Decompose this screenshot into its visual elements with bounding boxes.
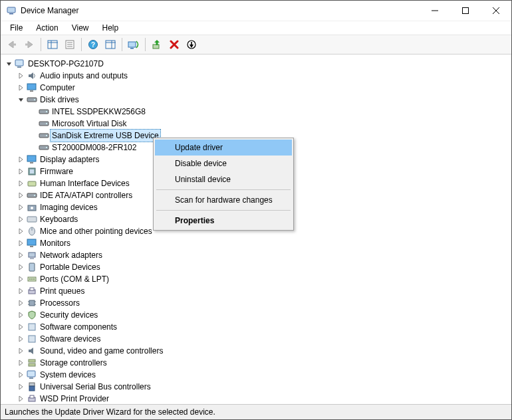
- tree-category[interactable]: WSD Print Provider: [5, 393, 511, 404]
- tree-item-label: Computer: [38, 82, 77, 94]
- tree-item-label: Software components: [38, 321, 119, 333]
- status-text: Launches the Update Driver Wizard for th…: [5, 407, 215, 417]
- expand-icon[interactable]: [17, 239, 26, 248]
- svg-rect-7: [25, 44, 29, 46]
- svg-point-57: [33, 278, 35, 280]
- tree-device[interactable]: Microsoft Virtual Disk: [5, 118, 511, 130]
- expand-icon[interactable]: [17, 191, 26, 200]
- tree-root[interactable]: DESKTOP-PG2107D: [5, 58, 511, 70]
- expand-icon[interactable]: [17, 298, 26, 308]
- svg-point-44: [34, 195, 35, 196]
- context-update-driver[interactable]: Update driver: [155, 140, 292, 156]
- expand-icon[interactable]: [17, 251, 26, 260]
- menu-file[interactable]: File: [5, 22, 28, 34]
- tree-category[interactable]: Software devices: [5, 333, 511, 345]
- maximize-button[interactable]: [450, 1, 481, 21]
- uninstall-device-button[interactable]: [166, 37, 182, 52]
- context-separator: [156, 210, 291, 211]
- toolbar-separator: [122, 38, 122, 51]
- help-button[interactable]: ?: [85, 37, 101, 52]
- tree-category[interactable]: Computer: [5, 82, 511, 94]
- tree-device[interactable]: INTEL SSDPEKKW256G8: [5, 106, 511, 118]
- tree-category[interactable]: Storage controllers: [5, 357, 511, 369]
- svg-rect-6: [13, 44, 16, 46]
- menu-view[interactable]: View: [66, 22, 94, 34]
- svg-rect-52: [29, 253, 35, 257]
- show-hide-console-tree-button[interactable]: [45, 37, 61, 52]
- context-scan-hardware[interactable]: Scan for hardware changes: [155, 192, 292, 208]
- tree-category[interactable]: System devices: [5, 369, 511, 381]
- expand-icon[interactable]: [17, 358, 26, 368]
- tree-item-label: Imaging devices: [38, 201, 100, 213]
- tree-item-label: Audio inputs and outputs: [38, 70, 130, 82]
- tree-item-label: Human Interface Devices: [38, 177, 132, 189]
- context-properties[interactable]: Properties: [155, 213, 292, 229]
- svg-rect-70: [29, 377, 33, 379]
- tree-category[interactable]: Universal Serial Bus controllers: [5, 381, 511, 393]
- menu-action[interactable]: Action: [31, 22, 63, 34]
- expand-icon[interactable]: [17, 370, 26, 379]
- tree-category[interactable]: Software components: [5, 321, 511, 333]
- menu-help[interactable]: Help: [97, 22, 124, 34]
- expand-icon[interactable]: [17, 227, 26, 236]
- svg-rect-41: [30, 169, 34, 173]
- tree-item-label: Print queues: [38, 285, 86, 297]
- forward-button[interactable]: [21, 37, 37, 52]
- close-button[interactable]: [481, 1, 511, 21]
- expand-icon[interactable]: [17, 310, 26, 320]
- scan-hardware-button[interactable]: [126, 37, 142, 52]
- device-icon: [26, 310, 38, 320]
- context-uninstall-device[interactable]: Uninstall device: [155, 171, 292, 187]
- update-driver-button[interactable]: [149, 37, 165, 52]
- properties-button[interactable]: [62, 37, 78, 52]
- svg-point-55: [29, 278, 31, 280]
- device-icon: [26, 322, 38, 332]
- expand-icon[interactable]: [17, 394, 26, 403]
- expand-icon[interactable]: [17, 262, 26, 272]
- expand-icon[interactable]: [17, 167, 26, 176]
- tree-category[interactable]: Audio inputs and outputs: [5, 70, 511, 82]
- device-icon: [26, 262, 38, 272]
- expand-icon[interactable]: [17, 71, 26, 80]
- svg-rect-65: [29, 324, 35, 330]
- svg-text:?: ?: [91, 41, 95, 49]
- expand-icon[interactable]: [17, 155, 26, 164]
- tree-category[interactable]: Monitors: [5, 237, 511, 249]
- collapse-icon[interactable]: [17, 95, 26, 104]
- statusbar: Launches the Update Driver Wizard for th…: [1, 404, 511, 419]
- tree-category[interactable]: Disk drives: [5, 94, 511, 106]
- action-pane-button[interactable]: [102, 37, 118, 52]
- tree-category[interactable]: Portable Devices: [5, 261, 511, 273]
- tree-category[interactable]: Network adapters: [5, 249, 511, 261]
- expand-icon[interactable]: [17, 346, 26, 356]
- expand-icon[interactable]: [17, 334, 26, 344]
- expand-icon[interactable]: [17, 83, 26, 92]
- tree-item-label: Display adapters: [38, 154, 101, 165]
- minimize-button[interactable]: [420, 1, 450, 21]
- device-icon: [26, 70, 38, 81]
- expand-icon[interactable]: [17, 322, 26, 332]
- tree-arrow-spacer: [29, 131, 38, 140]
- expand-icon[interactable]: [17, 286, 26, 296]
- device-icon: [26, 202, 38, 213]
- expand-icon[interactable]: [17, 203, 26, 212]
- device-icon: [26, 381, 38, 392]
- back-button[interactable]: [4, 37, 20, 52]
- tree-category[interactable]: Security devices: [5, 309, 511, 321]
- tree-category[interactable]: Sound, video and game controllers: [5, 345, 511, 357]
- tree-category[interactable]: Print queues: [5, 285, 511, 297]
- tree-arrow-spacer: [29, 119, 38, 128]
- disable-device-button[interactable]: [184, 37, 199, 52]
- expand-icon[interactable]: [17, 179, 26, 188]
- tree-item-label: Sound, video and game controllers: [38, 345, 165, 357]
- device-icon: [26, 214, 38, 225]
- device-icon: [26, 190, 38, 201]
- context-disable-device[interactable]: Disable device: [155, 156, 292, 171]
- tree-category[interactable]: Processors: [5, 297, 511, 309]
- tree-category[interactable]: Ports (COM & LPT): [5, 273, 511, 285]
- collapse-icon[interactable]: [5, 59, 14, 68]
- expand-icon[interactable]: [17, 274, 26, 284]
- tree-item-label: Ports (COM & LPT): [38, 273, 111, 285]
- expand-icon[interactable]: [17, 382, 26, 391]
- expand-icon[interactable]: [17, 215, 26, 224]
